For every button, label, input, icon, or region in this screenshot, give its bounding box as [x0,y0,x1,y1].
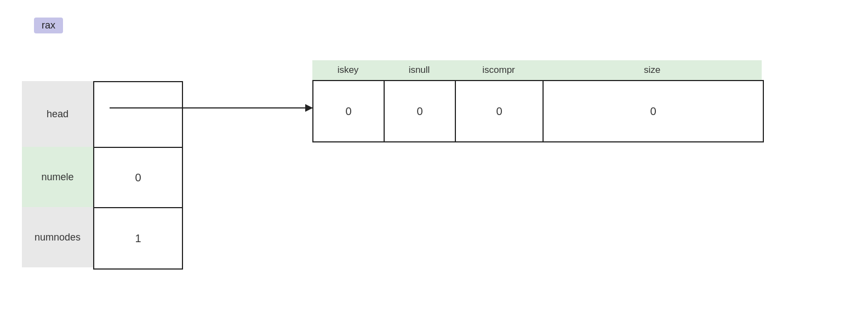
node-value-iskey: 0 [313,81,385,141]
field-values: 0 1 [93,81,183,270]
rax-struct: head numele numnodes 0 1 [22,81,183,270]
head-arrow [110,107,312,108]
rax-node-struct: iskey isnull iscompr size 0 0 0 0 [312,60,764,142]
field-value-head [94,82,182,148]
node-header-isnull: isnull [384,60,455,80]
node-header-iscompr: iscompr [455,60,542,80]
field-labels: head numele numnodes [22,81,93,270]
node-header-row: iskey isnull iscompr size [312,60,764,80]
node-value-row: 0 0 0 0 [312,80,764,142]
field-label-head: head [22,81,93,147]
node-value-iscompr: 0 [456,81,544,141]
rax-badge: rax [34,18,63,33]
node-value-isnull: 0 [385,81,456,141]
field-value-numele: 0 [94,148,182,208]
field-value-numnodes: 1 [94,208,182,268]
field-label-numele: numele [22,147,93,207]
arrow-line [110,107,312,108]
node-value-size: 0 [544,81,763,141]
node-header-iskey: iskey [312,60,384,80]
node-header-size: size [542,60,762,80]
field-label-numnodes: numnodes [22,207,93,267]
